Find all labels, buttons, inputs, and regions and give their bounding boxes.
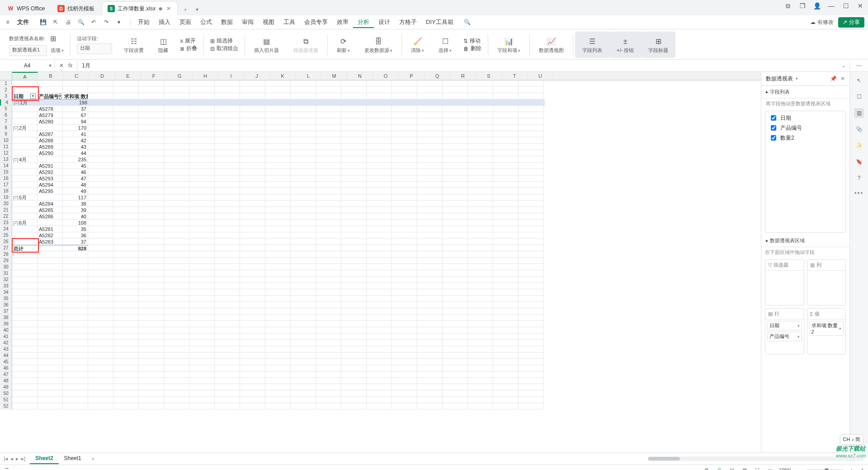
cell[interactable]: [139, 93, 164, 99]
cell[interactable]: [341, 213, 367, 220]
cell[interactable]: [316, 390, 341, 397]
cell[interactable]: [341, 334, 367, 340]
cell[interactable]: [316, 359, 341, 365]
cell[interactable]: [189, 302, 215, 308]
cell[interactable]: [417, 270, 443, 277]
row-header[interactable]: 43: [0, 346, 12, 352]
cell[interactable]: [341, 201, 367, 207]
row-header[interactable]: 19: [0, 194, 12, 201]
cell[interactable]: [265, 144, 291, 150]
cell[interactable]: [12, 390, 38, 397]
cell[interactable]: [189, 201, 215, 207]
cell[interactable]: [63, 277, 88, 283]
row-header[interactable]: 29: [0, 258, 12, 264]
cell[interactable]: [392, 188, 417, 194]
col-header-U[interactable]: U: [528, 72, 553, 80]
cell[interactable]: [468, 207, 493, 213]
cell[interactable]: [164, 258, 189, 264]
cell[interactable]: [468, 340, 493, 346]
cell[interactable]: [38, 194, 63, 201]
cell[interactable]: [417, 125, 443, 131]
cell[interactable]: [392, 213, 417, 220]
cell[interactable]: [215, 277, 240, 283]
cell[interactable]: [265, 175, 291, 182]
cell[interactable]: [266, 99, 292, 106]
row-header[interactable]: 7: [0, 118, 12, 125]
cell[interactable]: [113, 334, 139, 340]
cell[interactable]: [291, 112, 316, 118]
collapse-toggle-icon[interactable]: −: [14, 158, 18, 163]
cell[interactable]: [164, 371, 189, 378]
cell[interactable]: [291, 232, 316, 239]
cell[interactable]: [291, 175, 316, 182]
cell[interactable]: [367, 359, 392, 365]
cell[interactable]: [63, 321, 88, 327]
cell[interactable]: [519, 327, 544, 334]
cell[interactable]: [443, 106, 468, 112]
spreadsheet-grid[interactable]: ABCDEFGHIJKLMNOPQRSTU 123日期▾产品编号▾求和项:数量2…: [0, 72, 761, 452]
row-header[interactable]: 31: [0, 270, 12, 277]
col-header-C[interactable]: C: [64, 72, 90, 80]
cell[interactable]: [417, 226, 443, 232]
cell[interactable]: [265, 118, 291, 125]
cell[interactable]: 43: [63, 144, 88, 150]
cell[interactable]: [113, 144, 139, 150]
cell[interactable]: [215, 251, 240, 258]
cell[interactable]: [443, 144, 468, 150]
cell[interactable]: [164, 302, 189, 308]
cell[interactable]: [38, 251, 63, 258]
cell[interactable]: [443, 251, 468, 258]
cell[interactable]: [189, 378, 215, 384]
cell[interactable]: [88, 112, 113, 118]
cell[interactable]: [368, 99, 393, 106]
cell[interactable]: [265, 87, 291, 93]
cell[interactable]: [468, 232, 493, 239]
cell[interactable]: [164, 251, 189, 258]
cell[interactable]: [113, 283, 139, 289]
cell[interactable]: 44: [63, 150, 88, 156]
cell[interactable]: [443, 131, 468, 137]
cell[interactable]: [316, 302, 341, 308]
cell[interactable]: [215, 390, 240, 397]
cell[interactable]: 49: [63, 188, 88, 194]
cell[interactable]: [139, 163, 164, 169]
cell[interactable]: [12, 340, 38, 346]
cell[interactable]: [443, 239, 468, 245]
cell[interactable]: [519, 182, 544, 188]
cell[interactable]: [468, 346, 493, 352]
cell[interactable]: [63, 397, 88, 403]
cell[interactable]: [519, 346, 544, 352]
cell[interactable]: [367, 194, 392, 201]
clear-button[interactable]: 🧹 清除▾: [408, 36, 427, 54]
cell[interactable]: [88, 232, 113, 239]
cell[interactable]: [139, 188, 164, 194]
cell[interactable]: [392, 226, 417, 232]
col-header-G[interactable]: G: [167, 72, 193, 80]
cell[interactable]: [240, 156, 265, 163]
cell[interactable]: [164, 169, 189, 175]
cell[interactable]: [341, 182, 367, 188]
cell[interactable]: [113, 201, 139, 207]
cell[interactable]: [417, 258, 443, 264]
cell[interactable]: [265, 156, 291, 163]
cell[interactable]: [493, 226, 519, 232]
cell[interactable]: [139, 87, 164, 93]
cell[interactable]: [63, 283, 88, 289]
cell[interactable]: [38, 283, 63, 289]
cell[interactable]: A5294: [38, 182, 63, 188]
cell[interactable]: [240, 359, 265, 365]
cell[interactable]: [493, 131, 519, 137]
cell[interactable]: [113, 156, 139, 163]
cell[interactable]: [88, 321, 113, 327]
cell[interactable]: [215, 232, 240, 239]
cell[interactable]: [443, 137, 468, 144]
cell[interactable]: [38, 371, 63, 378]
cell[interactable]: [215, 315, 240, 321]
cell[interactable]: [12, 112, 38, 118]
cell[interactable]: [493, 239, 519, 245]
cell[interactable]: [139, 277, 164, 283]
col-header-H[interactable]: H: [193, 72, 218, 80]
cell[interactable]: [392, 156, 417, 163]
cursor-tool-icon[interactable]: ↖: [854, 75, 864, 85]
cell[interactable]: [88, 182, 113, 188]
